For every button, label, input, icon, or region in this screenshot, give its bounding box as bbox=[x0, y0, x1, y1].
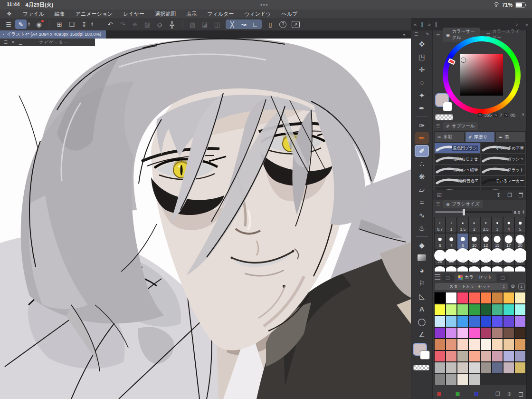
color-swatch-38[interactable] bbox=[503, 339, 514, 350]
color-swatch-21[interactable] bbox=[492, 315, 503, 327]
brush-tool[interactable]: ✐ bbox=[415, 145, 429, 157]
color-swatch-33[interactable] bbox=[446, 339, 457, 350]
color-set-select[interactable]: スタートカラーセット ▲▼ bbox=[435, 283, 508, 290]
blend-tool[interactable]: ≈ bbox=[415, 196, 429, 208]
brush-size-8[interactable]: 8 bbox=[457, 233, 468, 249]
brush-item-5[interactable]: フラット bbox=[480, 165, 526, 175]
color-swatch-54[interactable] bbox=[503, 362, 514, 374]
brush-size-clipped[interactable] bbox=[480, 265, 492, 272]
brush-size-clipped[interactable] bbox=[503, 265, 514, 272]
color-swatch-37[interactable] bbox=[492, 339, 503, 350]
ruler-tool[interactable]: ⚐ bbox=[415, 277, 429, 289]
liquify-tool[interactable]: ∿ bbox=[415, 209, 429, 221]
brush-size-3[interactable]: 3 bbox=[492, 217, 503, 233]
color-swatch-29[interactable] bbox=[492, 327, 503, 339]
color-swatch-46[interactable] bbox=[503, 350, 514, 362]
brush-size-4[interactable]: 4 bbox=[503, 217, 514, 233]
brush-size-clipped[interactable] bbox=[492, 265, 503, 272]
clip-studio-badge-icon[interactable]: ◉ bbox=[33, 19, 45, 29]
open-file-icon[interactable]: ❏ bbox=[66, 19, 77, 29]
brush-size-1.5[interactable]: 1.5 bbox=[457, 217, 468, 233]
selection-tool[interactable]: ◌ bbox=[415, 77, 429, 88]
tab-color-history[interactable]: ❏ bbox=[442, 274, 454, 282]
sv-cursor[interactable] bbox=[461, 58, 466, 62]
brush-item-2[interactable]: 塗りなじませ bbox=[434, 154, 480, 165]
color-swatch-39[interactable] bbox=[514, 339, 526, 350]
text-tool[interactable]: A bbox=[415, 303, 429, 315]
duplicate-subtool-icon[interactable]: ❐ bbox=[507, 192, 512, 198]
color-swatch-26[interactable] bbox=[457, 327, 468, 339]
brush-size-5[interactable]: 5 bbox=[514, 217, 526, 233]
subtool-title-tab[interactable]: ✐サブツール bbox=[443, 122, 478, 130]
transparent-color-swatch[interactable] bbox=[413, 365, 429, 370]
brush-size-20[interactable]: 20 bbox=[514, 233, 526, 249]
snap-special-ruler-icon[interactable]: ↝ bbox=[238, 19, 249, 29]
layer-color-indicator-2[interactable] bbox=[474, 392, 478, 396]
snap-ruler-icon[interactable]: ╳ bbox=[227, 19, 238, 29]
figure-tool[interactable]: ◺ bbox=[415, 290, 429, 302]
panel-collapse-right[interactable]: ›» bbox=[516, 21, 532, 27]
balloon-tool[interactable]: ◯ bbox=[415, 316, 429, 328]
color-swatch-45[interactable] bbox=[492, 350, 503, 362]
navigator-menu-icon[interactable]: ☰ bbox=[4, 40, 8, 45]
color-swatch-5[interactable] bbox=[492, 292, 503, 304]
color-swatch-12[interactable] bbox=[480, 304, 492, 316]
fullscreen-icon[interactable]: ↗ bbox=[292, 21, 300, 28]
layer-move-tool[interactable]: ✛ bbox=[415, 64, 429, 76]
menu-item-2[interactable]: アニメーション bbox=[70, 11, 118, 17]
brush-size-17[interactable]: 17 bbox=[503, 233, 514, 249]
color-swatch-59[interactable] bbox=[468, 374, 480, 386]
brush-size-40[interactable]: 40 bbox=[457, 249, 468, 265]
layer-color-indicator-0[interactable] bbox=[437, 392, 441, 396]
color-swatch-22[interactable] bbox=[503, 315, 514, 327]
subtool-tab-2[interactable]: ✒墨 bbox=[495, 131, 526, 143]
color-swatch-50[interactable] bbox=[457, 362, 468, 374]
new-canvas-icon[interactable]: ⊞ bbox=[54, 19, 65, 29]
collapse-icon-1[interactable]: ∥ bbox=[421, 21, 424, 28]
brush-size-slider[interactable] bbox=[435, 211, 512, 213]
save-stepper[interactable]: ▲▼ bbox=[91, 22, 95, 27]
brush-item-0[interactable]: 混色円ブラシ bbox=[434, 143, 480, 154]
navigator-minimize-icon[interactable]: ▁ bbox=[19, 40, 22, 45]
frame-border-tool[interactable]: ◕ bbox=[415, 264, 429, 276]
brush-size-100[interactable]: 100 bbox=[514, 249, 526, 265]
color-swatch-3[interactable] bbox=[468, 292, 480, 304]
brush-size-clipped[interactable] bbox=[457, 265, 468, 272]
brush-size-clipped[interactable] bbox=[434, 265, 446, 272]
color-swatch-16[interactable] bbox=[434, 315, 446, 327]
current-tool-icon[interactable]: ✎ bbox=[15, 19, 27, 29]
color-swatch-0[interactable] bbox=[434, 292, 446, 304]
color-swatch-48[interactable] bbox=[434, 362, 446, 374]
brush-item-4[interactable]: ガッシュ細筆 bbox=[434, 165, 480, 175]
menu-item-1[interactable]: 編集 bbox=[49, 11, 70, 17]
brush-size-stepper[interactable]: ▲▼ bbox=[522, 210, 525, 214]
tool-palette-menu-icon[interactable]: ☰ bbox=[414, 32, 418, 37]
color-swatch-41[interactable] bbox=[446, 350, 457, 362]
brush-size-clipped[interactable] bbox=[446, 265, 457, 272]
slider-thumb[interactable] bbox=[463, 209, 465, 215]
color-swatch-15[interactable] bbox=[514, 304, 526, 316]
color-swatch-25[interactable] bbox=[446, 327, 457, 339]
color-swatch-9[interactable] bbox=[446, 304, 457, 316]
brush-size-6[interactable]: 6 bbox=[434, 233, 446, 249]
color-swatch-47[interactable] bbox=[514, 350, 526, 362]
subtool-menu-icon[interactable]: ☰ bbox=[436, 124, 440, 128]
clear-icon[interactable]: ◇ bbox=[154, 19, 165, 29]
brush-size-80[interactable]: 80 bbox=[503, 249, 514, 265]
navigator-close-icon[interactable]: ✕ bbox=[11, 40, 15, 45]
expand-selection-icon[interactable]: ◫ bbox=[211, 19, 223, 29]
dock-edge-strip[interactable] bbox=[526, 30, 532, 399]
object-tool[interactable]: ◳ bbox=[415, 51, 429, 63]
menu-item-7[interactable]: ウィンドウ bbox=[239, 11, 276, 17]
menu-item-5[interactable]: 表示 bbox=[181, 11, 202, 17]
auto-select-tool[interactable]: ✦ bbox=[415, 89, 429, 101]
register-color-icon[interactable]: ❐ bbox=[495, 391, 500, 397]
redo-icon[interactable]: ↷ bbox=[117, 19, 128, 29]
expand-icon-0[interactable]: › bbox=[516, 21, 518, 27]
import-color-set-icon[interactable]: ↧ bbox=[518, 283, 525, 290]
menu-item-0[interactable]: ファイル bbox=[18, 11, 49, 17]
snap-grid-icon[interactable]: ∟ bbox=[249, 19, 261, 29]
trash-icon[interactable] bbox=[519, 392, 523, 397]
color-swatch-34[interactable] bbox=[457, 339, 468, 350]
color-swatch-58[interactable] bbox=[457, 374, 468, 386]
